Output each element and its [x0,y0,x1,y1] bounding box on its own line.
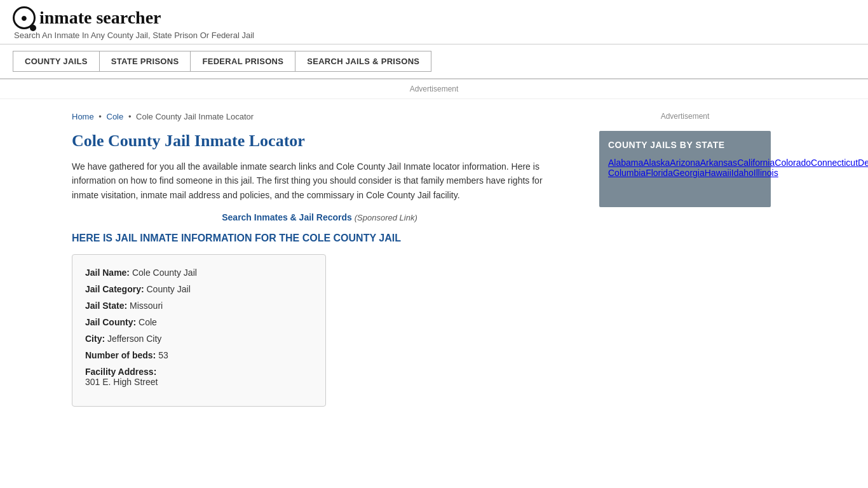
address-value: 301 E. High Street [85,377,313,387]
state-box-title: COUNTY JAILS BY STATE [608,140,762,150]
info-box: Jail Name: Cole County Jail Jail Categor… [72,254,326,407]
breadcrumb-sep1: • [98,112,102,121]
ad-banner: Advertisement [0,79,868,99]
sidebar-ad: Advertisement [599,112,771,121]
state-box: COUNTY JAILS BY STATE AlabamaAlaskaArizo… [599,131,771,207]
tagline: Search An Inmate In Any County Jail, Sta… [13,30,855,40]
info-row-jail-county: Jail County: Cole [85,317,313,327]
state-link[interactable]: Florida [646,168,673,178]
sidebar: Advertisement COUNTY JAILS BY STATE Alab… [587,99,777,419]
nav-item-state-prisons[interactable]: STATE PRISONS [99,51,191,72]
beds-label: Number of beds: [85,350,156,360]
nav-link-federal-prisons[interactable]: FEDERAL PRISONS [190,51,295,72]
jail-category-value: County Jail [146,284,190,294]
city-label: City: [85,334,105,344]
description: We have gathered for you all the availab… [72,159,567,202]
state-link[interactable]: Idaho [731,168,754,178]
state-link[interactable]: California [737,158,775,168]
section-heading: HERE IS JAIL INMATE INFORMATION FOR THE … [72,233,567,244]
jail-name-label: Jail Name: [85,268,130,278]
state-link[interactable]: Colorado [775,158,811,168]
nav-item-federal-prisons[interactable]: FEDERAL PRISONS [190,51,295,72]
breadcrumb: Home • Cole • Cole County Jail Inmate Lo… [72,112,567,121]
logo-text: inmate searcher [39,8,161,28]
page-title: Cole County Jail Inmate Locator [72,132,567,151]
state-link[interactable]: Alabama [608,158,643,168]
content-area: Home • Cole • Cole County Jail Inmate Lo… [53,99,587,419]
info-row-jail-category: Jail Category: County Jail [85,284,313,294]
state-link[interactable]: Illinois [754,168,778,178]
info-row-city: City: Jefferson City [85,334,313,344]
logo-icon: ● [13,6,36,29]
state-link[interactable]: Alaska [643,158,670,168]
sponsored-label: (Sponsored Link) [355,213,417,222]
address-label: Facility Address: [85,367,313,377]
breadcrumb-cole[interactable]: Cole [107,112,124,121]
sponsored-link-area: Search Inmates & Jail Records (Sponsored… [72,212,567,222]
jail-name-value: Cole County Jail [132,268,197,278]
header: ● inmate searcher Search An Inmate In An… [0,0,868,44]
main-nav: COUNTY JAILS STATE PRISONS FEDERAL PRISO… [0,44,868,79]
jail-county-label: Jail County: [85,317,136,327]
info-row-address: Facility Address: 301 E. High Street [85,367,313,387]
info-row-beds: Number of beds: 53 [85,350,313,360]
main-layout: Home • Cole • Cole County Jail Inmate Lo… [53,99,815,419]
nav-link-county-jails[interactable]: COUNTY JAILS [13,51,100,72]
info-row-jail-name: Jail Name: Cole County Jail [85,268,313,278]
state-link[interactable]: Georgia [673,168,705,178]
state-link[interactable]: Hawaii [705,168,731,178]
logo-area: ● inmate searcher [13,6,855,29]
nav-link-search[interactable]: SEARCH JAILS & PRISONS [295,51,431,72]
city-value: Jefferson City [107,334,161,344]
sponsored-link[interactable]: Search Inmates & Jail Records [222,212,352,222]
state-columns: AlabamaAlaskaArizonaArkansasCaliforniaCo… [608,158,762,198]
nav-item-county-jails[interactable]: COUNTY JAILS [13,51,99,72]
nav-link-state-prisons[interactable]: STATE PRISONS [99,51,191,72]
state-link[interactable]: Arkansas [700,158,737,168]
nav-item-search[interactable]: SEARCH JAILS & PRISONS [295,51,431,72]
jail-state-label: Jail State: [85,301,127,311]
jail-state-value: Missouri [130,301,163,311]
state-link[interactable]: Delaware [858,158,868,168]
breadcrumb-sep2: • [128,112,132,121]
state-link[interactable]: Connecticut [811,158,858,168]
jail-county-value: Cole [139,317,157,327]
logo-text-content: inmate searcher [39,8,161,27]
jail-category-label: Jail Category: [85,284,144,294]
breadcrumb-home[interactable]: Home [72,112,94,121]
state-link[interactable]: Arizona [670,158,700,168]
info-row-jail-state: Jail State: Missouri [85,301,313,311]
state-col-left: AlabamaAlaskaArizonaArkansasCaliforniaCo… [608,158,868,198]
breadcrumb-current: Cole County Jail Inmate Locator [136,112,254,121]
beds-value: 53 [158,350,168,360]
